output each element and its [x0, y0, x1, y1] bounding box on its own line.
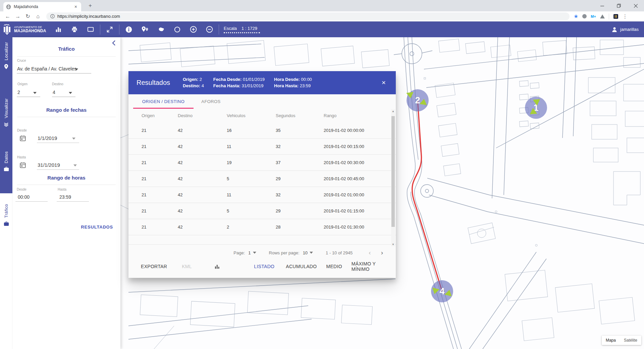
zoom-in-button[interactable] [187, 24, 199, 35]
tab-origen-destino[interactable]: ORIGEN / DESTINO [133, 94, 194, 109]
next-page-button[interactable]: › [378, 249, 386, 256]
new-tab-button[interactable]: + [86, 1, 95, 10]
scrollbar-thumb[interactable] [391, 116, 395, 227]
fecha-hasta-input[interactable]: 31/1/2019 [38, 162, 60, 168]
kml-button[interactable]: KML [180, 261, 194, 272]
print-button[interactable] [69, 24, 80, 35]
fechas-heading: Rango de fechas [12, 107, 120, 113]
modal-tabs: ORIGEN / DESTINO AFOROS [128, 94, 396, 109]
origen-select[interactable]: 2 [17, 90, 20, 95]
window-minimize-button[interactable] [594, 0, 610, 11]
chevron-down-icon[interactable] [75, 68, 78, 70]
map-type-mapa-button[interactable]: Mapa [602, 336, 620, 345]
window-restore-button[interactable] [610, 0, 627, 11]
scroll-down-icon[interactable]: ▼ [392, 243, 394, 246]
sidebar-item-localizar[interactable]: Localizar [0, 42, 12, 69]
user-menu[interactable]: jamarillas [611, 26, 644, 33]
tab-aforos[interactable]: AFOROS [194, 94, 228, 109]
sidebar-item-visualizar[interactable]: Visualizar [0, 98, 12, 127]
divider [17, 117, 116, 117]
cruce-select[interactable]: Av. de España / Av. Claveles [17, 66, 76, 71]
map-marker-2[interactable]: 2 [407, 89, 429, 111]
maximo-minimo-button[interactable]: MÁXIMO Y MÍNIMO [350, 258, 396, 275]
stats-button[interactable] [53, 24, 64, 35]
drive-extension-icon[interactable] [600, 14, 605, 18]
info-button[interactable] [123, 24, 135, 35]
cell-rango: 2019-01-02 00:00:00 [324, 128, 396, 133]
user-icon [611, 26, 618, 33]
direction-arrow-icon [419, 97, 428, 106]
sidebar-item-datos[interactable]: Datos [0, 151, 12, 171]
table-scrollbar[interactable]: ▲ ▼ [391, 109, 395, 246]
majadahonda-logo: AYUNTAMIENTO DE MAJADAHONDA [0, 24, 50, 35]
direction-arrow-icon [431, 286, 440, 295]
modal-close-icon[interactable]: × [380, 77, 388, 88]
field-underline [17, 73, 91, 73]
field-underline [52, 97, 75, 97]
results-table: 21 42 16 35 2019-01-02 00:00:00 21 42 11… [128, 122, 396, 235]
exportar-button[interactable]: EXPORTAR [139, 261, 169, 272]
screen-button[interactable] [85, 24, 96, 35]
forward-button[interactable]: → [13, 12, 22, 21]
extension-circle-icon[interactable] [582, 14, 587, 18]
window-close-button[interactable] [627, 0, 644, 11]
table-row[interactable]: 21 42 19 37 2019-01-02 00:30:00 [128, 155, 396, 171]
map-pins-button[interactable] [139, 24, 151, 35]
summary-value: 01/01/2019 [243, 77, 265, 82]
column-segundos: Segundos [276, 113, 324, 118]
table-row[interactable]: 21 42 5 29 2019-01-02 00:45:00 [128, 171, 396, 187]
map-pin-icon [4, 64, 9, 69]
divider [17, 56, 116, 57]
draw-area-button[interactable] [155, 24, 167, 35]
scroll-up-icon[interactable]: ▲ [392, 110, 394, 113]
hora-hasta-input[interactable]: 23:59 [59, 194, 71, 200]
chart-button[interactable] [215, 264, 220, 269]
browser-titlebar: Majadahonda × + [0, 0, 644, 11]
divider [219, 24, 219, 35]
destino-select[interactable]: 4 [53, 90, 55, 95]
cruce-label: Cruce [17, 59, 26, 62]
previous-page-button[interactable]: ‹ [365, 249, 374, 256]
listado-button[interactable]: LISTADO [252, 261, 276, 272]
back-button[interactable]: ← [3, 12, 12, 21]
browser-tab[interactable]: Majadahonda × [3, 2, 81, 11]
chevron-down-icon[interactable] [73, 164, 77, 166]
medio-button[interactable]: MEDIO [324, 261, 344, 272]
page-info-icon[interactable] [50, 14, 55, 18]
fullscreen-button[interactable] [104, 24, 115, 35]
table-row[interactable]: 21 42 5 29 2019-01-02 01:15:00 [128, 203, 396, 219]
cell-segundos: 37 [276, 160, 324, 165]
map-marker-4[interactable]: 4 [431, 280, 453, 302]
chevron-down-icon[interactable] [72, 138, 75, 140]
tab-close-icon[interactable]: × [73, 4, 78, 9]
chevron-down-icon[interactable] [69, 92, 72, 94]
home-button[interactable]: ⌂ [34, 12, 42, 21]
movistar-extension-icon[interactable]: M+ [591, 14, 596, 18]
table-row[interactable]: 21 42 16 35 2019-01-02 00:00:00 [128, 122, 396, 139]
calendar-icon[interactable] [19, 135, 26, 142]
bookmark-star-icon[interactable]: ★ [574, 13, 578, 19]
select-ring-button[interactable] [171, 24, 183, 35]
address-bar[interactable]: https://simplicity.incaurbano.com [46, 12, 570, 20]
custom-extension-icon[interactable] [613, 14, 619, 19]
table-row[interactable]: 21 42 11 32 2019-01-02 01:00:00 [128, 187, 396, 203]
acumulado-button[interactable]: ACUMULADO [284, 261, 319, 272]
chevron-down-icon[interactable] [33, 92, 37, 94]
hora-desde-input[interactable]: 00:00 [18, 194, 30, 200]
page-select[interactable]: 1 [248, 250, 256, 255]
table-row[interactable]: 21 42 2 28 2019-01-02 01:30:00 [128, 219, 396, 235]
map-type-satelite-button[interactable]: Satélite [620, 336, 641, 345]
zoom-out-button[interactable] [204, 24, 215, 35]
summary-label: Fecha Desde: [213, 77, 242, 82]
browser-menu-icon[interactable]: ⋮ [623, 13, 628, 19]
resultados-modal: Resultados Origen: 2 Fecha Desde: 01/01/… [128, 71, 396, 278]
rows-per-page-select[interactable]: 10 [303, 250, 313, 255]
cell-origen: 21 [142, 160, 178, 165]
reload-button[interactable]: ↻ [23, 12, 32, 21]
map-marker-1[interactable]: 1 [525, 97, 547, 119]
calendar-icon[interactable] [19, 161, 26, 169]
sidebar-item-trafico[interactable]: Tráfico [0, 204, 12, 226]
table-row[interactable]: 21 42 11 32 2019-01-02 00:15:00 [128, 139, 396, 155]
resultados-button[interactable]: RESULTADOS [78, 222, 116, 232]
fecha-desde-input[interactable]: 1/1/2019 [38, 135, 57, 141]
